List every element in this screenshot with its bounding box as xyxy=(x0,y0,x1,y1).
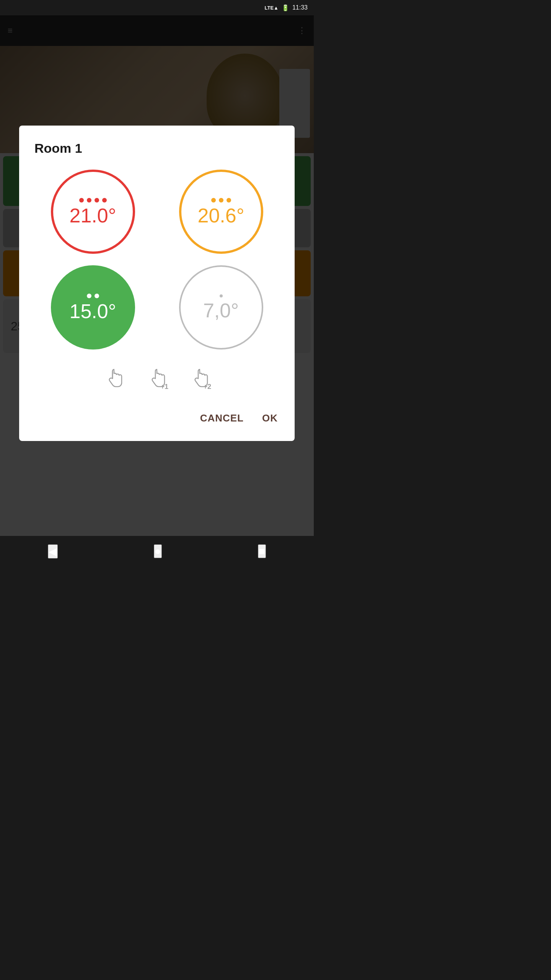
time-display: 11:33 xyxy=(292,4,308,11)
dot xyxy=(102,198,107,203)
dot xyxy=(87,198,91,203)
battery-icon: 🔋 xyxy=(282,4,289,11)
bottom-nav: ◀ ● ■ xyxy=(0,536,314,567)
temperature-select-dialog: Room 1 21.0° 20.6° xyxy=(19,126,295,441)
temp-option-comfort-low[interactable]: 20.6° xyxy=(179,170,263,254)
cancel-button[interactable]: CANCEL xyxy=(199,409,245,427)
hand-mode-2[interactable]: +2 xyxy=(190,369,210,390)
hand-mode-1[interactable]: +1 xyxy=(147,369,167,390)
dot xyxy=(227,198,231,203)
status-bar: LTE▲ 🔋 11:33 xyxy=(0,0,314,15)
temperature-grid: 21.0° 20.6° 15.0° 7,0° xyxy=(34,170,279,350)
dialog-title: Room 1 xyxy=(34,141,279,156)
hand-badge-1: +1 xyxy=(160,383,168,391)
hand-mode-0[interactable] xyxy=(104,369,124,390)
hand-icon-0 xyxy=(104,369,124,389)
dot xyxy=(211,198,216,203)
ok-button[interactable]: OK xyxy=(261,409,279,427)
temp-option-eco[interactable]: 15.0° xyxy=(51,265,135,350)
temp-option-frost[interactable]: 7,0° xyxy=(179,265,263,350)
back-button[interactable]: ◀ xyxy=(48,544,58,559)
dot xyxy=(87,294,91,298)
temp-option-comfort-high[interactable]: 21.0° xyxy=(51,170,135,254)
recent-apps-button[interactable]: ■ xyxy=(258,544,266,558)
dot xyxy=(79,198,84,203)
dot xyxy=(220,294,223,297)
dot xyxy=(95,198,99,203)
temp-value-comfort-low: 20.6° xyxy=(197,206,244,225)
dialog-actions: CANCEL OK xyxy=(34,409,279,427)
temp-dots-orange xyxy=(211,198,231,203)
home-button[interactable]: ● xyxy=(154,544,162,558)
temp-dots-red xyxy=(79,198,107,203)
temp-dots-green xyxy=(87,294,99,298)
dot xyxy=(95,294,99,298)
hand-wrapper-1: +1 xyxy=(147,369,167,390)
temp-value-eco: 15.0° xyxy=(69,301,116,321)
hand-badge-2: +2 xyxy=(203,383,211,391)
temp-value-frost: 7,0° xyxy=(203,301,239,320)
hand-wrapper-2: +2 xyxy=(190,369,210,390)
dot xyxy=(219,198,223,203)
hand-modes-row: +1 +2 xyxy=(34,369,279,390)
temp-dots-gray xyxy=(220,294,223,297)
lte-icon: LTE▲ xyxy=(264,5,278,11)
temp-value-comfort-high: 21.0° xyxy=(69,206,116,225)
